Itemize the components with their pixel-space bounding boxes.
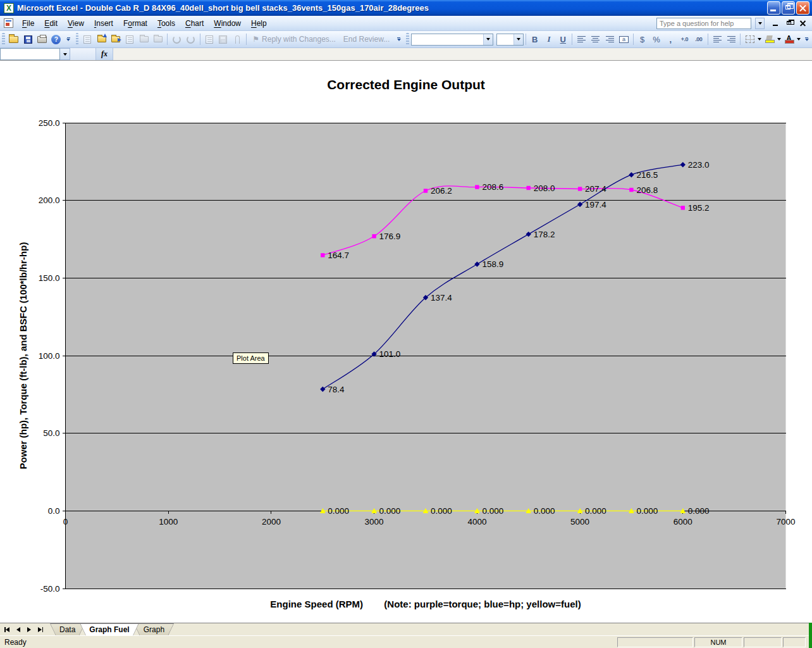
- minimize-button[interactable]: [767, 1, 780, 15]
- menu-insert[interactable]: Insert: [89, 16, 118, 30]
- toolbar-options-button[interactable]: [395, 33, 403, 46]
- y-tick-label: 0.0: [48, 506, 60, 516]
- reply-with-changes-label: Reply with Changes...: [262, 35, 336, 44]
- restore-icon: [785, 5, 790, 9]
- update-file-button[interactable]: [202, 33, 216, 46]
- toolbar-options-button[interactable]: [65, 33, 73, 46]
- menu-window[interactable]: Window: [209, 16, 246, 30]
- fill-color-button[interactable]: [762, 33, 776, 46]
- borders-button[interactable]: [742, 33, 756, 46]
- insert-function-button[interactable]: fx: [95, 48, 113, 60]
- name-box-dropdown[interactable]: [60, 48, 70, 60]
- data-point-torque[interactable]: [321, 253, 324, 257]
- send-to-mail-button[interactable]: [216, 33, 230, 46]
- data-point-torque[interactable]: [527, 186, 531, 190]
- data-label-fuel: 0.000: [534, 506, 555, 516]
- sheet-tab-graph-fuel[interactable]: Graph Fuel: [80, 623, 138, 635]
- toolbar-grip[interactable]: [406, 33, 409, 46]
- data-label-torque: 207.4: [585, 184, 606, 194]
- y-axis-title[interactable]: Power (hp), Torque (ft-lb), and BSFC (10…: [18, 242, 28, 470]
- currency-button[interactable]: $: [636, 33, 649, 46]
- font-size-dropdown[interactable]: [514, 34, 523, 45]
- data-label-hp: 178.2: [534, 230, 555, 239]
- toolbar-grip[interactable]: [2, 33, 5, 46]
- align-center-button[interactable]: [589, 33, 603, 46]
- menu-view[interactable]: View: [63, 16, 89, 30]
- data-point-torque[interactable]: [578, 187, 582, 190]
- reply-with-changes-button[interactable]: ⚑ Reply with Changes...: [249, 35, 340, 44]
- close-button[interactable]: [796, 1, 809, 15]
- previous-sheet-button[interactable]: [13, 625, 23, 635]
- data-point-torque[interactable]: [424, 189, 428, 192]
- sheet-tab-graph[interactable]: Graph: [134, 623, 174, 635]
- toolbar-grip[interactable]: [76, 33, 79, 46]
- data-point-torque[interactable]: [372, 234, 376, 238]
- formula-bar-row: fx: [0, 48, 812, 61]
- next-comment-button[interactable]: [109, 33, 123, 46]
- delete-comment-button[interactable]: [151, 33, 165, 46]
- data-label-fuel: 0.000: [688, 506, 710, 516]
- borders-dropdown[interactable]: [757, 38, 763, 40]
- menu-tools[interactable]: Tools: [152, 16, 180, 30]
- last-sheet-button[interactable]: [35, 625, 45, 635]
- status-panel: [744, 637, 782, 647]
- increase-decimal-button[interactable]: +.0: [677, 33, 691, 46]
- first-sheet-button[interactable]: [3, 625, 13, 635]
- help-question-dropdown[interactable]: [755, 18, 765, 29]
- end-review-button[interactable]: End Review...: [340, 35, 393, 44]
- increase-indent-button[interactable]: [724, 33, 738, 46]
- sheet-tab-data[interactable]: Data: [50, 623, 85, 635]
- accept-change-button[interactable]: [169, 33, 183, 46]
- percent-button[interactable]: %: [649, 33, 663, 46]
- show-all-comments-button[interactable]: [137, 33, 151, 46]
- decrease-indent-button[interactable]: [710, 33, 724, 46]
- new-comment-button[interactable]: [80, 33, 94, 46]
- formula-input[interactable]: [113, 48, 812, 60]
- delete-comment-icon: [154, 36, 163, 42]
- font-color-button[interactable]: A: [782, 33, 796, 46]
- window-title: Microsoft Excel - Double Cab R_D 84X96_4…: [17, 3, 429, 13]
- open-button[interactable]: [7, 33, 21, 46]
- chart-title[interactable]: Corrected Engine Output: [0, 77, 812, 92]
- align-left-button[interactable]: [574, 33, 588, 46]
- menu-help[interactable]: Help: [246, 16, 272, 30]
- bold-button[interactable]: B: [528, 33, 542, 46]
- previous-comment-button[interactable]: [95, 33, 109, 46]
- fill-color-dropdown[interactable]: [777, 38, 782, 40]
- data-point-torque[interactable]: [475, 185, 479, 189]
- menu-chart[interactable]: Chart: [180, 16, 209, 30]
- help-button[interactable]: ?: [49, 33, 63, 46]
- menu-format[interactable]: Format: [118, 16, 152, 30]
- edit-comment-button[interactable]: [123, 33, 137, 46]
- font-color-dropdown[interactable]: [796, 38, 802, 40]
- restore-button[interactable]: [782, 1, 795, 15]
- x-axis-title[interactable]: Engine Speed (RPM) (Note: purple=torque;…: [65, 599, 786, 609]
- font-name-combobox[interactable]: [411, 34, 493, 46]
- data-point-torque[interactable]: [629, 188, 633, 192]
- print-button[interactable]: [35, 33, 49, 46]
- help-question-input[interactable]: [656, 18, 751, 29]
- menu-file[interactable]: File: [17, 16, 39, 30]
- next-sheet-button[interactable]: [24, 625, 34, 635]
- attach-file-button[interactable]: [230, 33, 244, 46]
- comma-button[interactable]: ,: [663, 33, 677, 46]
- merge-center-button[interactable]: [617, 33, 631, 46]
- italic-button[interactable]: I: [542, 33, 556, 46]
- data-point-torque[interactable]: [681, 206, 685, 209]
- decrease-decimal-button[interactable]: .00: [692, 33, 706, 46]
- workbook-minimize-button[interactable]: [771, 18, 782, 28]
- help-icon: ?: [51, 35, 61, 44]
- font-name-dropdown[interactable]: [483, 34, 493, 45]
- previous-comment-icon: [97, 36, 106, 42]
- align-right-button[interactable]: [603, 33, 617, 46]
- toolbar-options-button[interactable]: [803, 33, 811, 46]
- underline-button[interactable]: U: [556, 33, 570, 46]
- percent-icon: %: [653, 35, 660, 44]
- workbook-close-button[interactable]: [797, 18, 808, 28]
- font-size-combobox[interactable]: [496, 34, 524, 46]
- workbook-restore-button[interactable]: [784, 18, 795, 28]
- menu-edit[interactable]: Edit: [39, 16, 63, 30]
- reject-change-button[interactable]: [183, 33, 197, 46]
- name-box[interactable]: [0, 48, 60, 60]
- save-button[interactable]: [21, 33, 35, 46]
